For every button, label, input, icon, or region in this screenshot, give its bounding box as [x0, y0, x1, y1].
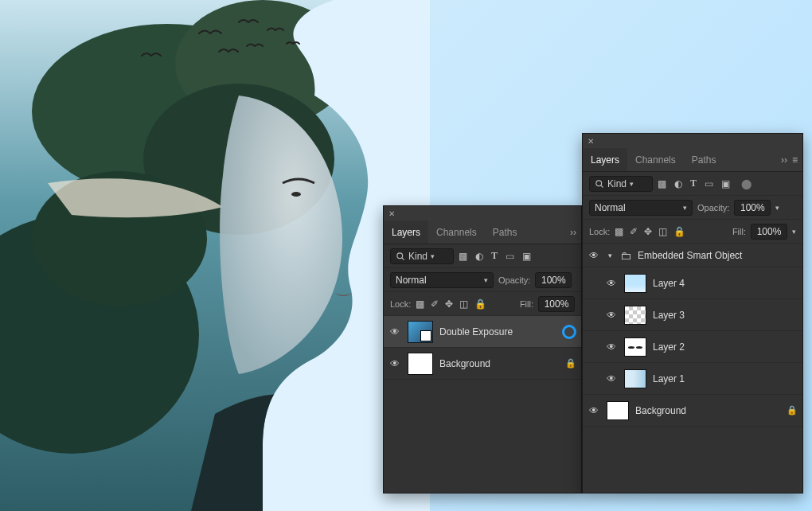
tab-layers[interactable]: Layers — [583, 148, 627, 171]
filter-shape-icon[interactable]: ▭ — [705, 178, 713, 189]
visibility-toggle[interactable]: 👁 — [588, 405, 600, 416]
tab-channels[interactable]: Channels — [627, 148, 684, 171]
layer-row-double-exposure[interactable]: 👁 Double Exposure — [384, 316, 581, 348]
fill-input[interactable]: 100% — [538, 296, 575, 312]
lock-position-icon[interactable]: ✥ — [445, 298, 453, 310]
visibility-toggle[interactable]: 👁 — [605, 278, 618, 289]
layer-row[interactable]: 👁 Layer 3 — [583, 299, 802, 331]
lock-artboard-icon[interactable]: ◫ — [459, 298, 468, 310]
filter-smart-icon[interactable]: ▣ — [721, 178, 730, 189]
visibility-toggle[interactable]: 👁 — [588, 250, 600, 261]
visibility-toggle[interactable]: 👁 — [605, 341, 618, 353]
expand-icon[interactable]: ›› — [570, 227, 576, 238]
filter-row: Kind ▾ ▩ ◐ T ▭ ▣ ⬤ — [583, 172, 802, 196]
search-icon — [396, 252, 405, 261]
layer-row[interactable]: 👁 Layer 2 — [583, 331, 802, 363]
panel-tabs: Layers Channels Paths ›› ≡ — [583, 148, 802, 172]
opacity-input[interactable]: 100% — [734, 200, 771, 216]
lock-label: Lock: — [589, 227, 610, 236]
opacity-label: Opacity: — [697, 203, 729, 213]
layer-name[interactable]: Background — [635, 405, 686, 416]
layer-row[interactable]: 👁 Layer 1 — [583, 363, 802, 395]
filter-smart-icon[interactable]: ▣ — [522, 251, 531, 262]
svg-point-10 — [596, 180, 602, 185]
opacity-input[interactable]: 100% — [535, 272, 572, 288]
lock-image-icon[interactable]: ✐ — [431, 298, 439, 310]
layer-thumbnail[interactable] — [607, 401, 629, 420]
visibility-toggle[interactable]: 👁 — [605, 310, 618, 321]
blend-row: Normal ▾ Opacity: 100% ▾ — [583, 196, 802, 220]
filter-pixel-icon[interactable]: ▩ — [658, 178, 666, 189]
close-icon[interactable]: ✕ — [588, 137, 594, 146]
fill-input[interactable]: 100% — [751, 224, 787, 240]
lock-icon[interactable]: 🔒 — [565, 358, 576, 369]
filter-adjust-icon[interactable]: ◐ — [674, 178, 682, 189]
filter-shape-icon[interactable]: ▭ — [506, 251, 514, 262]
chevron-down-icon[interactable]: ▾ — [775, 204, 779, 212]
filter-toggle[interactable]: ⬤ — [741, 178, 751, 189]
layer-thumbnail[interactable] — [408, 321, 433, 343]
disclosure-toggle[interactable]: ▾ — [607, 252, 614, 259]
lock-all-icon[interactable]: 🔒 — [673, 226, 685, 237]
layer-filter-kind[interactable]: Kind ▾ — [589, 176, 653, 192]
panel-menu-icon[interactable]: ≡ — [792, 154, 798, 166]
layer-name[interactable]: Layer 4 — [653, 278, 685, 289]
blend-mode-select[interactable]: Normal ▾ — [589, 200, 693, 216]
lock-position-icon[interactable]: ✥ — [644, 226, 652, 237]
layer-row-background[interactable]: 👁 Background 🔒 — [583, 395, 802, 427]
layer-name[interactable]: Layer 2 — [653, 341, 685, 353]
layer-thumbnail[interactable] — [624, 306, 646, 325]
close-icon[interactable]: ✕ — [388, 209, 395, 218]
svg-line-9 — [402, 257, 404, 259]
layer-thumbnail[interactable] — [408, 353, 433, 375]
layers-list: 👁 ▾ 🗀 Embedded Smart Object 👁 Layer 4 👁 … — [583, 244, 802, 493]
chevron-down-icon: ▾ — [484, 276, 488, 284]
canvas-artwork — [0, 0, 430, 511]
lock-row: Lock: ▩ ✐ ✥ ◫ 🔒 Fill: 100% ▾ — [583, 220, 802, 244]
filter-type-icon[interactable]: T — [690, 177, 697, 189]
filter-pixel-icon[interactable]: ▩ — [459, 251, 467, 262]
tab-paths[interactable]: Paths — [684, 148, 724, 171]
layer-group-row[interactable]: 👁 ▾ 🗀 Embedded Smart Object — [583, 244, 802, 267]
search-icon — [595, 179, 604, 189]
lock-image-icon[interactable]: ✐ — [630, 226, 638, 237]
layer-name[interactable]: Background — [439, 358, 490, 369]
layer-row-background[interactable]: 👁 Background 🔒 — [384, 348, 581, 380]
group-name[interactable]: Embedded Smart Object — [638, 250, 742, 261]
visibility-toggle[interactable]: 👁 — [388, 358, 401, 369]
layer-thumbnail[interactable] — [624, 274, 646, 293]
tab-layers[interactable]: Layers — [384, 220, 428, 244]
tab-paths[interactable]: Paths — [485, 220, 525, 244]
layer-name[interactable]: Layer 1 — [653, 373, 685, 384]
visibility-toggle[interactable]: 👁 — [605, 373, 618, 384]
layer-name[interactable]: Double Exposure — [439, 326, 513, 337]
panel-titlebar[interactable]: ✕ — [384, 206, 581, 220]
lock-icon[interactable]: 🔒 — [787, 405, 798, 415]
layer-filter-kind[interactable]: Kind ▾ — [390, 248, 454, 264]
layers-panel-front: ✕ Layers Channels Paths ›› Kind ▾ ▩ ◐ T … — [383, 205, 582, 493]
layer-thumbnail[interactable] — [624, 369, 646, 388]
expand-icon[interactable]: ›› — [781, 154, 787, 166]
lock-all-icon[interactable]: 🔒 — [474, 298, 486, 310]
layers-panel-back: ✕ Layers Channels Paths ›› ≡ Kind ▾ ▩ ◐ … — [582, 133, 803, 493]
filter-adjust-icon[interactable]: ◐ — [475, 251, 483, 262]
visibility-toggle[interactable]: 👁 — [388, 326, 401, 337]
folder-icon: 🗀 — [620, 249, 631, 262]
tab-channels[interactable]: Channels — [428, 220, 485, 244]
blend-mode-select[interactable]: Normal ▾ — [390, 272, 494, 288]
layer-row[interactable]: 👁 Layer 4 — [583, 267, 802, 299]
lock-transparency-icon[interactable]: ▩ — [416, 298, 424, 310]
lock-artboard-icon[interactable]: ◫ — [658, 226, 667, 237]
layer-thumbnail[interactable] — [624, 337, 646, 357]
layer-name[interactable]: Layer 3 — [653, 310, 685, 321]
filter-type-icon[interactable]: T — [491, 250, 498, 262]
lock-label: Lock: — [390, 299, 411, 309]
blend-row: Normal ▾ Opacity: 100% — [384, 268, 581, 292]
chevron-down-icon[interactable]: ▾ — [792, 228, 796, 236]
filter-icons: ▩ ◐ T ▭ ▣ — [459, 250, 531, 262]
chevron-down-icon: ▾ — [630, 180, 634, 188]
layers-list: 👁 Double Exposure 👁 Background 🔒 — [384, 316, 581, 493]
panel-titlebar[interactable]: ✕ — [583, 134, 802, 148]
filter-row: Kind ▾ ▩ ◐ T ▭ ▣ — [384, 244, 581, 268]
lock-transparency-icon[interactable]: ▩ — [615, 226, 623, 237]
